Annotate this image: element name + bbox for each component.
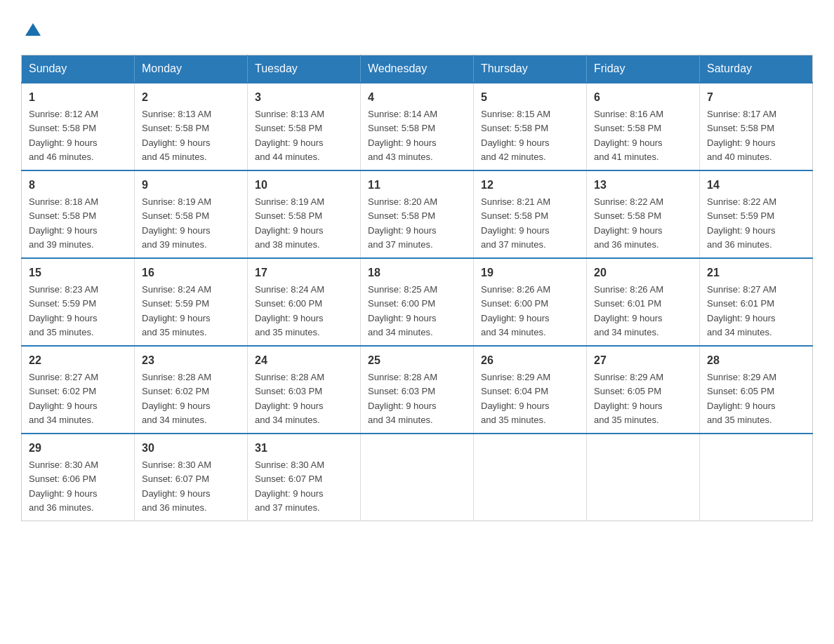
day-info: Sunrise: 8:30 AMSunset: 6:07 PMDaylight:… (142, 459, 211, 513)
header-sunday: Sunday (22, 55, 135, 83)
header-friday: Friday (587, 55, 700, 83)
calendar-cell: 20 Sunrise: 8:26 AMSunset: 6:01 PMDaylig… (587, 258, 700, 346)
calendar-cell: 27 Sunrise: 8:29 AMSunset: 6:05 PMDaylig… (587, 346, 700, 434)
day-number: 17 (255, 264, 353, 281)
calendar-cell: 10 Sunrise: 8:19 AMSunset: 5:58 PMDaylig… (248, 170, 361, 258)
calendar-cell: 15 Sunrise: 8:23 AMSunset: 5:59 PMDaylig… (22, 258, 135, 346)
day-number: 24 (255, 352, 353, 369)
day-number: 1 (29, 89, 127, 106)
calendar-cell: 26 Sunrise: 8:29 AMSunset: 6:04 PMDaylig… (474, 346, 587, 434)
calendar-cell (587, 434, 700, 521)
calendar-cell: 22 Sunrise: 8:27 AMSunset: 6:02 PMDaylig… (22, 346, 135, 434)
day-number: 19 (481, 264, 579, 281)
calendar-cell: 11 Sunrise: 8:20 AMSunset: 5:58 PMDaylig… (361, 170, 474, 258)
day-number: 18 (368, 264, 466, 281)
day-info: Sunrise: 8:15 AMSunset: 5:58 PMDaylight:… (481, 109, 550, 162)
header-wednesday: Wednesday (361, 55, 474, 83)
logo-triangle-icon (25, 23, 41, 36)
day-info: Sunrise: 8:13 AMSunset: 5:58 PMDaylight:… (142, 109, 211, 162)
day-info: Sunrise: 8:26 AMSunset: 6:00 PMDaylight:… (481, 284, 550, 337)
calendar-week-row: 8 Sunrise: 8:18 AMSunset: 5:58 PMDayligh… (22, 170, 813, 258)
day-number: 13 (594, 177, 692, 194)
day-number: 5 (481, 89, 579, 106)
day-number: 6 (594, 89, 692, 106)
day-info: Sunrise: 8:22 AMSunset: 5:59 PMDaylight:… (707, 196, 776, 250)
day-info: Sunrise: 8:23 AMSunset: 5:59 PMDaylight:… (29, 284, 98, 337)
logo-blue-text (21, 21, 41, 41)
calendar-cell: 7 Sunrise: 8:17 AMSunset: 5:58 PMDayligh… (700, 83, 813, 170)
day-number: 14 (707, 177, 805, 194)
day-info: Sunrise: 8:12 AMSunset: 5:58 PMDaylight:… (29, 109, 98, 162)
day-info: Sunrise: 8:19 AMSunset: 5:58 PMDaylight:… (142, 196, 211, 250)
day-number: 27 (594, 352, 692, 369)
calendar-table: SundayMondayTuesdayWednesdayThursdayFrid… (21, 55, 813, 521)
day-info: Sunrise: 8:28 AMSunset: 6:03 PMDaylight:… (368, 372, 437, 425)
day-number: 29 (29, 440, 127, 457)
calendar-cell: 6 Sunrise: 8:16 AMSunset: 5:58 PMDayligh… (587, 83, 700, 170)
calendar-cell: 21 Sunrise: 8:27 AMSunset: 6:01 PMDaylig… (700, 258, 813, 346)
day-info: Sunrise: 8:17 AMSunset: 5:58 PMDaylight:… (707, 109, 776, 162)
calendar-header-row: SundayMondayTuesdayWednesdayThursdayFrid… (22, 55, 813, 83)
day-number: 25 (368, 352, 466, 369)
day-info: Sunrise: 8:24 AMSunset: 6:00 PMDaylight:… (255, 284, 324, 337)
day-number: 3 (255, 89, 353, 106)
day-info: Sunrise: 8:30 AMSunset: 6:07 PMDaylight:… (255, 459, 324, 513)
calendar-cell: 16 Sunrise: 8:24 AMSunset: 5:59 PMDaylig… (135, 258, 248, 346)
header-monday: Monday (135, 55, 248, 83)
day-info: Sunrise: 8:24 AMSunset: 5:59 PMDaylight:… (142, 284, 211, 337)
calendar-cell: 13 Sunrise: 8:22 AMSunset: 5:58 PMDaylig… (587, 170, 700, 258)
day-info: Sunrise: 8:14 AMSunset: 5:58 PMDaylight:… (368, 109, 437, 162)
page-header (21, 14, 813, 41)
day-number: 12 (481, 177, 579, 194)
calendar-cell (361, 434, 474, 521)
day-number: 2 (142, 89, 240, 106)
calendar-cell: 5 Sunrise: 8:15 AMSunset: 5:58 PMDayligh… (474, 83, 587, 170)
calendar-week-row: 22 Sunrise: 8:27 AMSunset: 6:02 PMDaylig… (22, 346, 813, 434)
day-number: 11 (368, 177, 466, 194)
day-info: Sunrise: 8:27 AMSunset: 6:01 PMDaylight:… (707, 284, 776, 337)
calendar-cell: 18 Sunrise: 8:25 AMSunset: 6:00 PMDaylig… (361, 258, 474, 346)
logo (21, 14, 41, 41)
day-number: 22 (29, 352, 127, 369)
day-number: 30 (142, 440, 240, 457)
day-info: Sunrise: 8:21 AMSunset: 5:58 PMDaylight:… (481, 196, 550, 250)
day-info: Sunrise: 8:27 AMSunset: 6:02 PMDaylight:… (29, 372, 98, 425)
day-number: 23 (142, 352, 240, 369)
calendar-week-row: 1 Sunrise: 8:12 AMSunset: 5:58 PMDayligh… (22, 83, 813, 170)
calendar-cell: 9 Sunrise: 8:19 AMSunset: 5:58 PMDayligh… (135, 170, 248, 258)
day-number: 26 (481, 352, 579, 369)
day-info: Sunrise: 8:28 AMSunset: 6:02 PMDaylight:… (142, 372, 211, 425)
calendar-cell (700, 434, 813, 521)
day-number: 15 (29, 264, 127, 281)
day-number: 28 (707, 352, 805, 369)
header-saturday: Saturday (700, 55, 813, 83)
calendar-cell: 4 Sunrise: 8:14 AMSunset: 5:58 PMDayligh… (361, 83, 474, 170)
calendar-week-row: 29 Sunrise: 8:30 AMSunset: 6:06 PMDaylig… (22, 434, 813, 521)
header-thursday: Thursday (474, 55, 587, 83)
calendar-cell: 2 Sunrise: 8:13 AMSunset: 5:58 PMDayligh… (135, 83, 248, 170)
day-number: 10 (255, 177, 353, 194)
day-info: Sunrise: 8:29 AMSunset: 6:05 PMDaylight:… (594, 372, 663, 425)
day-info: Sunrise: 8:28 AMSunset: 6:03 PMDaylight:… (255, 372, 324, 425)
calendar-cell: 31 Sunrise: 8:30 AMSunset: 6:07 PMDaylig… (248, 434, 361, 521)
day-info: Sunrise: 8:30 AMSunset: 6:06 PMDaylight:… (29, 459, 98, 513)
svg-marker-0 (25, 23, 41, 36)
day-info: Sunrise: 8:25 AMSunset: 6:00 PMDaylight:… (368, 284, 437, 337)
calendar-cell: 17 Sunrise: 8:24 AMSunset: 6:00 PMDaylig… (248, 258, 361, 346)
day-number: 31 (255, 440, 353, 457)
day-info: Sunrise: 8:26 AMSunset: 6:01 PMDaylight:… (594, 284, 663, 337)
day-info: Sunrise: 8:16 AMSunset: 5:58 PMDaylight:… (594, 109, 663, 162)
day-info: Sunrise: 8:29 AMSunset: 6:04 PMDaylight:… (481, 372, 550, 425)
calendar-cell: 23 Sunrise: 8:28 AMSunset: 6:02 PMDaylig… (135, 346, 248, 434)
calendar-cell: 29 Sunrise: 8:30 AMSunset: 6:06 PMDaylig… (22, 434, 135, 521)
day-info: Sunrise: 8:13 AMSunset: 5:58 PMDaylight:… (255, 109, 324, 162)
day-info: Sunrise: 8:19 AMSunset: 5:58 PMDaylight:… (255, 196, 324, 250)
header-tuesday: Tuesday (248, 55, 361, 83)
calendar-cell: 8 Sunrise: 8:18 AMSunset: 5:58 PMDayligh… (22, 170, 135, 258)
calendar-cell: 14 Sunrise: 8:22 AMSunset: 5:59 PMDaylig… (700, 170, 813, 258)
calendar-cell: 19 Sunrise: 8:26 AMSunset: 6:00 PMDaylig… (474, 258, 587, 346)
day-number: 21 (707, 264, 805, 281)
calendar-cell (474, 434, 587, 521)
calendar-week-row: 15 Sunrise: 8:23 AMSunset: 5:59 PMDaylig… (22, 258, 813, 346)
day-number: 4 (368, 89, 466, 106)
